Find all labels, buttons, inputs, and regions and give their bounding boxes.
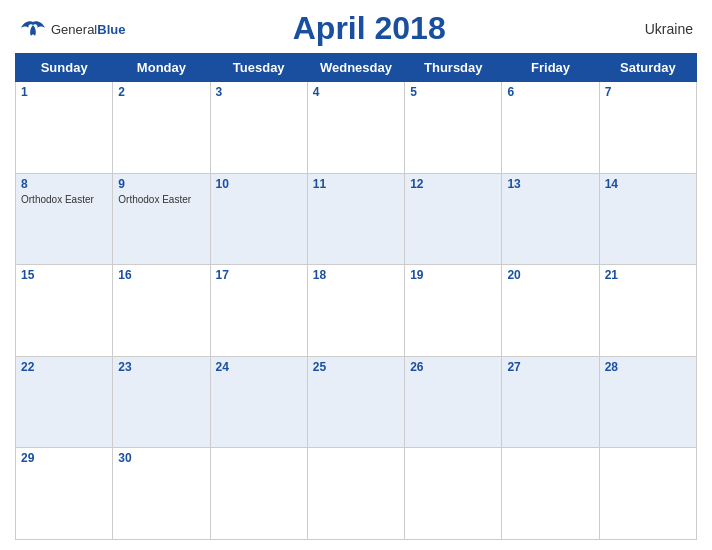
calendar-cell: 28	[599, 356, 696, 448]
calendar-cell: 1	[16, 82, 113, 174]
logo-bird-icon	[19, 18, 47, 40]
day-number: 27	[507, 360, 593, 374]
day-number: 9	[118, 177, 204, 191]
calendar-cell: 7	[599, 82, 696, 174]
day-number: 4	[313, 85, 399, 99]
day-number: 28	[605, 360, 691, 374]
calendar-cell: 11	[307, 173, 404, 265]
day-number: 21	[605, 268, 691, 282]
weekday-header-friday: Friday	[502, 54, 599, 82]
day-number: 6	[507, 85, 593, 99]
calendar-cell: 21	[599, 265, 696, 357]
day-number: 15	[21, 268, 107, 282]
logo: GeneralBlue	[19, 18, 125, 40]
calendar-cell	[307, 448, 404, 540]
day-number: 19	[410, 268, 496, 282]
day-number: 5	[410, 85, 496, 99]
day-number: 26	[410, 360, 496, 374]
calendar-cell: 2	[113, 82, 210, 174]
day-number: 14	[605, 177, 691, 191]
calendar-cell: 27	[502, 356, 599, 448]
calendar-cell: 5	[405, 82, 502, 174]
calendar-cell: 4	[307, 82, 404, 174]
calendar-cell: 19	[405, 265, 502, 357]
calendar-cell: 15	[16, 265, 113, 357]
day-number: 7	[605, 85, 691, 99]
day-number: 30	[118, 451, 204, 465]
day-number: 12	[410, 177, 496, 191]
calendar-cell: 17	[210, 265, 307, 357]
day-number: 29	[21, 451, 107, 465]
day-number: 24	[216, 360, 302, 374]
calendar-cell: 26	[405, 356, 502, 448]
logo-text: GeneralBlue	[51, 20, 125, 38]
calendar-week-row: 2930	[16, 448, 697, 540]
calendar-cell: 23	[113, 356, 210, 448]
calendar-week-row: 1234567	[16, 82, 697, 174]
calendar-cell: 14	[599, 173, 696, 265]
weekday-header-wednesday: Wednesday	[307, 54, 404, 82]
calendar-title: April 2018	[293, 10, 446, 47]
day-number: 3	[216, 85, 302, 99]
calendar-week-row: 15161718192021	[16, 265, 697, 357]
day-number: 1	[21, 85, 107, 99]
day-number: 2	[118, 85, 204, 99]
calendar-cell: 20	[502, 265, 599, 357]
calendar-cell: 22	[16, 356, 113, 448]
calendar-cell: 16	[113, 265, 210, 357]
country-label: Ukraine	[613, 21, 693, 37]
logo-general-text: General	[51, 22, 97, 37]
day-number: 22	[21, 360, 107, 374]
weekday-header-saturday: Saturday	[599, 54, 696, 82]
day-number: 11	[313, 177, 399, 191]
calendar-cell: 29	[16, 448, 113, 540]
calendar-cell: 30	[113, 448, 210, 540]
calendar-cell: 13	[502, 173, 599, 265]
calendar-cell	[502, 448, 599, 540]
day-number: 25	[313, 360, 399, 374]
day-number: 23	[118, 360, 204, 374]
day-number: 18	[313, 268, 399, 282]
calendar-cell: 8Orthodox Easter	[16, 173, 113, 265]
day-number: 8	[21, 177, 107, 191]
calendar-cell	[405, 448, 502, 540]
calendar-cell: 18	[307, 265, 404, 357]
calendar-cell: 10	[210, 173, 307, 265]
calendar-cell: 24	[210, 356, 307, 448]
calendar-cell	[210, 448, 307, 540]
weekday-header-tuesday: Tuesday	[210, 54, 307, 82]
calendar-cell: 6	[502, 82, 599, 174]
calendar-header: GeneralBlue April 2018 Ukraine	[15, 10, 697, 47]
logo-blue-text: Blue	[97, 22, 125, 37]
day-number: 16	[118, 268, 204, 282]
calendar-cell: 9Orthodox Easter	[113, 173, 210, 265]
weekday-header-thursday: Thursday	[405, 54, 502, 82]
weekday-header-row: SundayMondayTuesdayWednesdayThursdayFrid…	[16, 54, 697, 82]
day-number: 13	[507, 177, 593, 191]
weekday-header-sunday: Sunday	[16, 54, 113, 82]
calendar-table: SundayMondayTuesdayWednesdayThursdayFrid…	[15, 53, 697, 540]
day-number: 17	[216, 268, 302, 282]
weekday-header-monday: Monday	[113, 54, 210, 82]
calendar-cell: 3	[210, 82, 307, 174]
calendar-cell: 12	[405, 173, 502, 265]
day-event: Orthodox Easter	[118, 193, 204, 206]
day-number: 20	[507, 268, 593, 282]
calendar-cell: 25	[307, 356, 404, 448]
calendar-cell	[599, 448, 696, 540]
day-number: 10	[216, 177, 302, 191]
calendar-week-row: 8Orthodox Easter9Orthodox Easter10111213…	[16, 173, 697, 265]
calendar-week-row: 22232425262728	[16, 356, 697, 448]
day-event: Orthodox Easter	[21, 193, 107, 206]
